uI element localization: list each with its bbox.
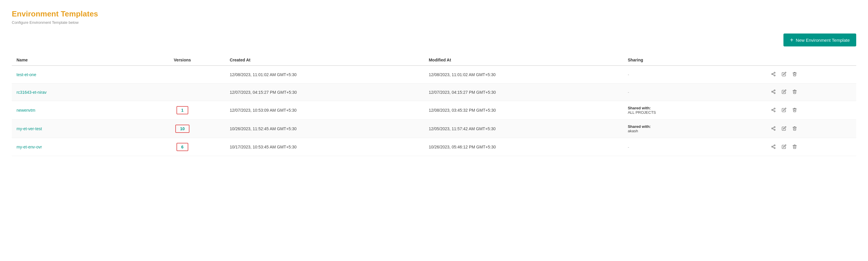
svg-line-14: [773, 109, 774, 110]
delete-button[interactable]: [791, 88, 798, 96]
share-button[interactable]: [770, 71, 777, 78]
cell-versions: [140, 83, 225, 101]
sharing-dash: -: [628, 90, 629, 95]
sharing-value: akash: [628, 129, 638, 133]
cell-actions: [765, 83, 856, 101]
sharing-label: Shared with:: [628, 124, 651, 129]
cell-actions: [765, 66, 856, 83]
edit-button[interactable]: [780, 106, 787, 114]
edit-button[interactable]: [780, 88, 787, 96]
delete-button[interactable]: [791, 106, 798, 114]
col-header-actions: [765, 55, 856, 66]
cell-sharing: Shared with:ALL PROJECTS: [623, 101, 765, 120]
svg-line-9: [773, 90, 774, 91]
cell-actions: [765, 138, 856, 156]
table-row: rc31643-et-nirav12/07/2023, 04:15:27 PM …: [12, 83, 856, 101]
version-count-badge[interactable]: 6: [177, 143, 188, 151]
svg-line-18: [773, 129, 774, 129]
cell-versions: 6: [140, 138, 225, 156]
actions-group: [770, 88, 851, 96]
svg-line-8: [773, 92, 774, 93]
table-container: Name Versions Created At Modified At Sha…: [12, 55, 856, 156]
actions-group: [770, 143, 851, 151]
template-name-link[interactable]: newenvtm: [17, 108, 35, 113]
cell-name: newenvtm: [12, 101, 140, 120]
environment-templates-table: Name Versions Created At Modified At Sha…: [12, 55, 856, 156]
svg-line-23: [773, 147, 774, 148]
table-row: test-et-one12/08/2023, 11:01:02 AM GMT+5…: [12, 66, 856, 83]
cell-modified-at: 12/07/2023, 04:15:27 PM GMT+5:30: [424, 83, 623, 101]
new-env-button-label: New Environment Template: [796, 38, 850, 43]
cell-name: my-et-ver-test: [12, 120, 140, 138]
table-row: my-et-env-ovr610/17/2023, 10:53:45 AM GM…: [12, 138, 856, 156]
svg-line-3: [773, 74, 774, 75]
cell-name: my-et-env-ovr: [12, 138, 140, 156]
sharing-dash: -: [628, 145, 629, 149]
page-container: Environment Templates Configure Environm…: [0, 0, 868, 261]
cell-created-at: 12/08/2023, 11:01:02 AM GMT+5:30: [225, 66, 424, 83]
edit-button[interactable]: [780, 143, 787, 151]
actions-group: [770, 106, 851, 114]
col-header-modified: Modified At: [424, 55, 623, 66]
cell-versions: 1: [140, 101, 225, 120]
new-environment-template-button[interactable]: + New Environment Template: [783, 34, 856, 46]
svg-line-19: [773, 127, 774, 128]
edit-button[interactable]: [780, 71, 787, 78]
template-name-link[interactable]: my-et-env-ovr: [17, 145, 42, 149]
cell-created-at: 10/17/2023, 10:53:45 AM GMT+5:30: [225, 138, 424, 156]
page-title: Environment Templates: [12, 9, 856, 18]
cell-modified-at: 10/26/2023, 05:46:12 PM GMT+5:30: [424, 138, 623, 156]
col-header-name: Name: [12, 55, 140, 66]
cell-sharing: -: [623, 66, 765, 83]
actions-group: [770, 125, 851, 133]
version-count-badge[interactable]: 10: [175, 125, 189, 133]
template-name-link[interactable]: rc31643-et-nirav: [17, 90, 46, 95]
delete-button[interactable]: [791, 71, 798, 78]
cell-versions: 10: [140, 120, 225, 138]
cell-created-at: 12/07/2023, 04:15:27 PM GMT+5:30: [225, 83, 424, 101]
cell-modified-at: 12/08/2023, 03:45:32 PM GMT+5:30: [424, 101, 623, 120]
share-button[interactable]: [770, 125, 777, 133]
cell-sharing: -: [623, 138, 765, 156]
version-count-badge[interactable]: 1: [177, 106, 188, 114]
svg-line-4: [773, 73, 774, 74]
svg-line-24: [773, 146, 774, 146]
col-header-created: Created At: [225, 55, 424, 66]
cell-actions: [765, 101, 856, 120]
template-name-link[interactable]: test-et-one: [17, 72, 36, 77]
cell-name: rc31643-et-nirav: [12, 83, 140, 101]
share-button[interactable]: [770, 106, 777, 114]
table-row: my-et-ver-test1010/26/2023, 11:52:45 AM …: [12, 120, 856, 138]
col-header-versions: Versions: [140, 55, 225, 66]
cell-modified-at: 12/08/2023, 11:01:02 AM GMT+5:30: [424, 66, 623, 83]
share-button[interactable]: [770, 88, 777, 96]
table-row: newenvtm112/07/2023, 10:53:09 AM GMT+5:3…: [12, 101, 856, 120]
sharing-value: ALL PROJECTS: [628, 110, 656, 115]
table-header-row: Name Versions Created At Modified At Sha…: [12, 55, 856, 66]
cell-created-at: 10/26/2023, 11:52:45 AM GMT+5:30: [225, 120, 424, 138]
cell-modified-at: 12/05/2023, 11:57:42 AM GMT+5:30: [424, 120, 623, 138]
actions-group: [770, 71, 851, 78]
col-header-sharing: Sharing: [623, 55, 765, 66]
template-name-link[interactable]: my-et-ver-test: [17, 126, 42, 131]
plus-icon: +: [790, 37, 794, 43]
svg-line-13: [773, 110, 774, 111]
delete-button[interactable]: [791, 125, 798, 133]
cell-sharing: -: [623, 83, 765, 101]
cell-versions: [140, 66, 225, 83]
sharing-dash: -: [628, 72, 629, 77]
cell-created-at: 12/07/2023, 10:53:09 AM GMT+5:30: [225, 101, 424, 120]
cell-actions: [765, 120, 856, 138]
sharing-label: Shared with:: [628, 106, 651, 110]
edit-button[interactable]: [780, 125, 787, 133]
cell-sharing: Shared with:akash: [623, 120, 765, 138]
cell-name: test-et-one: [12, 66, 140, 83]
toolbar: + New Environment Template: [12, 34, 856, 46]
delete-button[interactable]: [791, 143, 798, 151]
share-button[interactable]: [770, 143, 777, 151]
page-subtitle: Configure Environment Template below: [12, 20, 856, 25]
